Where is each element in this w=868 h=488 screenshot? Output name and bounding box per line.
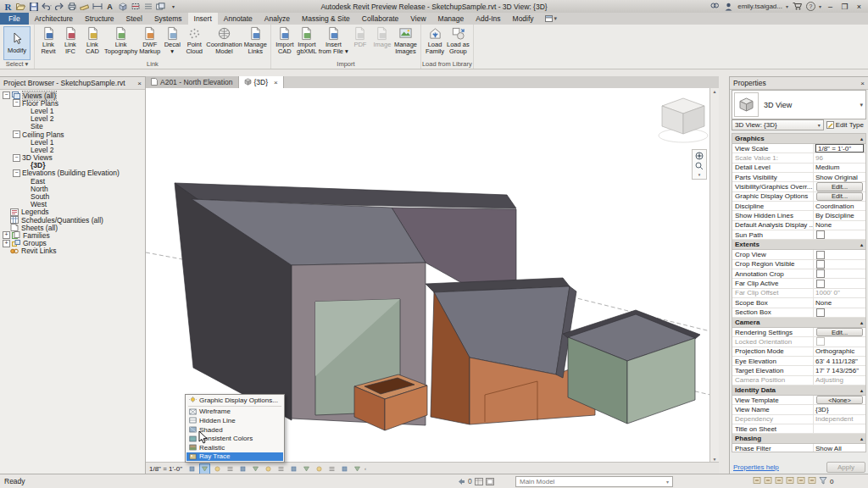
section-header-identity-data[interactable]: Identity Data▴ <box>732 385 865 396</box>
property-value-text[interactable]: Adjusting <box>815 376 843 384</box>
property-value-text[interactable]: 96 <box>815 154 823 162</box>
link-ifc-button[interactable]: Link IFC <box>59 25 81 55</box>
default-3d-view-icon[interactable] <box>117 2 128 12</box>
properties-header[interactable]: Properties × <box>730 77 868 90</box>
worksets-icon[interactable] <box>753 476 761 486</box>
zoom-icon[interactable] <box>695 162 704 170</box>
property-edit-button[interactable]: Edit... <box>816 328 862 336</box>
tree-item-east[interactable]: East <box>0 177 145 185</box>
property-edit-button[interactable]: <None> <box>816 396 862 404</box>
editing-requests-icon[interactable] <box>764 476 772 486</box>
steering-wheel-icon[interactable] <box>695 152 704 160</box>
apply-button[interactable]: Apply <box>826 462 865 473</box>
checkbox[interactable] <box>816 251 825 259</box>
tree-item-elevations-building-elevation-[interactable]: −Elevations (Building Elevation) <box>0 169 145 177</box>
manage-images-button[interactable]: Manage Images <box>393 25 418 55</box>
collapse-icon[interactable]: − <box>3 92 10 99</box>
import-cad-button[interactable]: Import CAD <box>274 25 296 55</box>
canvas-vertical-scrollbar[interactable]: ▲ ▼ <box>709 88 719 463</box>
property-value-text[interactable]: 17' 7 143/256" <box>815 367 859 374</box>
tree-item-level-1[interactable]: Level 1 <box>0 138 145 146</box>
property-value-text[interactable]: 1000' 0" <box>815 289 840 297</box>
load-family-button[interactable]: Load Family <box>424 25 446 55</box>
tree-item-sheets-all-[interactable]: Sheets (all) <box>0 224 145 231</box>
property-value-text[interactable]: Coordination <box>815 202 854 210</box>
tree-item-revit-links[interactable]: Revit Links <box>0 247 145 255</box>
collapse-icon[interactable]: − <box>13 154 20 162</box>
active-design-option-select[interactable]: Main Model▾ <box>515 476 673 487</box>
search-icon[interactable] <box>709 2 720 12</box>
section-collapse-icon[interactable]: ▴ <box>860 387 863 393</box>
property-value-text[interactable]: By Discipline <box>815 212 854 219</box>
thin-lines-icon[interactable] <box>142 2 153 12</box>
view-tab--3d-[interactable]: {3D}× <box>239 76 284 88</box>
help-icon[interactable]: ? <box>806 2 815 11</box>
crop-region-icon[interactable] <box>263 463 274 474</box>
type-selector-chevron-icon[interactable]: ▾ <box>860 102 865 108</box>
tree-item-3d-views[interactable]: −3D Views <box>0 154 145 162</box>
checkbox[interactable] <box>816 269 825 278</box>
section-collapse-icon[interactable]: ▴ <box>860 435 863 441</box>
section-collapse-icon[interactable]: ▴ <box>860 319 863 325</box>
worksharing-icon[interactable] <box>352 463 363 474</box>
vcb-expand-chevron-icon[interactable]: ‹ <box>364 466 366 471</box>
link-revit-button[interactable]: Link Revit <box>37 25 59 55</box>
tree-item-level-1[interactable]: Level 1 <box>0 107 145 114</box>
help-menu-chevron-icon[interactable]: ▾ <box>819 3 821 9</box>
navbar-chevron-icon[interactable]: ▾ <box>698 172 701 177</box>
property-value-text[interactable]: 63' 4 111/128" <box>815 358 858 365</box>
insert-from-file-button[interactable]: Insert from File ▾ <box>318 25 349 55</box>
manage-links-button[interactable]: Manage Links <box>243 25 268 55</box>
view-tab-a201-north-elevation[interactable]: A201 - North Elevation <box>146 76 239 88</box>
property-value-text[interactable]: Medium <box>815 164 839 171</box>
section-header-phasing[interactable]: Phasing▴ <box>732 434 865 444</box>
deselect-icon[interactable] <box>808 476 816 486</box>
redo-icon[interactable] <box>53 2 64 12</box>
section-header-graphics[interactable]: Graphics▴ <box>732 134 865 144</box>
collapse-icon[interactable]: − <box>13 99 20 107</box>
tab-annotate[interactable]: Annotate <box>218 13 259 25</box>
tab-view[interactable]: View <box>404 13 431 25</box>
tree-item-families[interactable]: +Families <box>0 231 145 239</box>
print-icon[interactable] <box>66 2 77 12</box>
element-selector[interactable]: 3D View: {3D}▾ <box>732 119 824 130</box>
detail-level-icon[interactable] <box>186 463 198 474</box>
tree-item-north[interactable]: North <box>0 185 145 192</box>
property-edit-button[interactable]: Edit... <box>816 192 862 201</box>
save-icon[interactable] <box>28 2 39 12</box>
menu-item-graphic-display-options-[interactable]: Graphic Display Options... <box>186 396 283 405</box>
project-browser-close-icon[interactable]: × <box>137 80 142 87</box>
section-icon[interactable] <box>130 2 141 12</box>
view-scale-control[interactable]: 1/8" = 1'-0" <box>149 465 182 473</box>
type-selector[interactable]: 3D View ▾ <box>732 90 866 119</box>
text-icon[interactable]: A <box>104 2 115 12</box>
open-icon[interactable] <box>15 2 26 12</box>
tab-massing-site[interactable]: Massing & Site <box>296 13 356 25</box>
coordination-model-button[interactable]: Coordination Model <box>205 25 243 55</box>
import-gbxml-button[interactable]: Import gbXML <box>296 25 318 55</box>
property-value-text[interactable]: None <box>815 299 832 307</box>
section-header-camera[interactable]: Camera▴ <box>732 318 865 328</box>
collapse-icon[interactable]: − <box>13 130 20 138</box>
edit-type-button[interactable]: Edit Type <box>824 121 866 129</box>
ribbon-group-label-select[interactable]: Select ▾ <box>0 60 34 69</box>
undo-icon[interactable] <box>41 2 52 12</box>
menu-item-hidden-line[interactable]: Hidden Line <box>186 416 283 425</box>
file-tab[interactable]: File <box>0 13 29 25</box>
sun-path-icon[interactable] <box>212 463 223 474</box>
tree-item-ceiling-plans[interactable]: −Ceiling Plans <box>0 130 145 138</box>
modify-cursor-button[interactable]: Modify <box>3 26 31 60</box>
tab-insert[interactable]: Insert <box>188 13 218 25</box>
property-value-text[interactable]: {3D} <box>815 406 829 413</box>
checkbox[interactable] <box>816 308 825 317</box>
property-edit-button[interactable]: Edit... <box>816 182 862 191</box>
expand-icon[interactable]: + <box>3 240 10 247</box>
ribbon-group-label-load[interactable]: Load from Library <box>421 60 473 69</box>
close-button[interactable]: × <box>854 3 865 11</box>
tab-steel[interactable]: Steel <box>120 13 148 25</box>
property-value-text[interactable]: Orthographic <box>815 347 854 355</box>
customize-qat-icon[interactable]: ▾ <box>168 2 179 12</box>
properties-close-icon[interactable]: × <box>860 80 865 87</box>
panel-display-toggle[interactable]: ▾ <box>540 13 563 25</box>
switch-windows-icon[interactable] <box>155 2 166 12</box>
